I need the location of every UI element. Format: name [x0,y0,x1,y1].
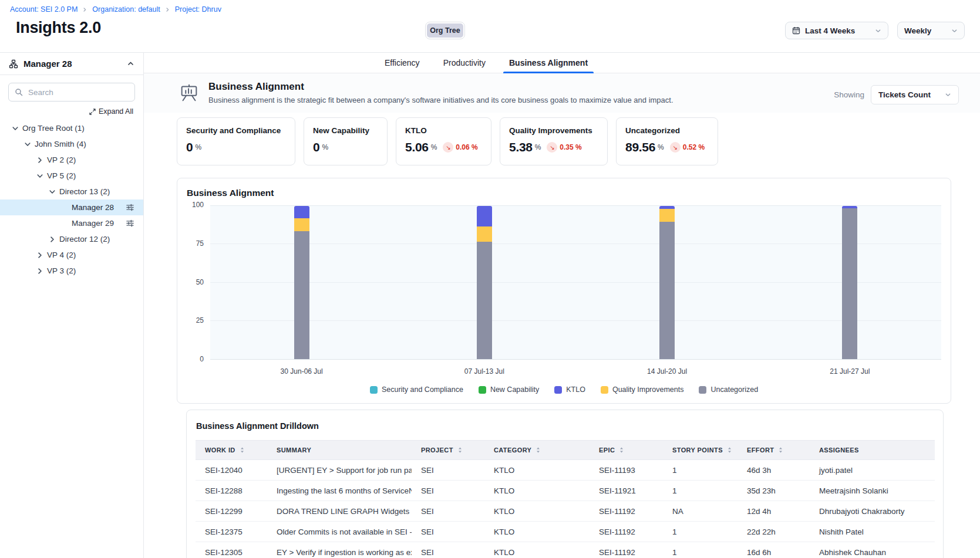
tree-chevron-icon[interactable] [36,173,43,180]
showing-select[interactable]: Tickets Count [871,85,959,104]
sort-icon[interactable] [457,447,463,454]
tree-item[interactable]: VP 5 (2) [0,168,143,184]
tree-chevron-icon[interactable] [12,125,19,132]
legend-swatch [479,386,486,394]
bar-segment[interactable] [294,231,309,359]
tree-chevron-icon[interactable] [49,236,56,243]
tree-item[interactable]: Org Tree Root (1) [0,120,143,136]
tree-item[interactable]: VP 4 (2) [0,247,143,263]
table-cell: SEI [412,460,484,481]
tree-item[interactable]: Director 13 (2) [0,184,143,199]
org-tree-button[interactable]: Org Tree [427,23,463,38]
search-input[interactable] [8,83,135,102]
bar-segment[interactable] [477,206,492,226]
column-header[interactable]: CATEGORY [484,441,590,460]
column-header[interactable]: EPIC [590,441,663,460]
delta-value: 0.06 % [456,143,477,151]
table-row[interactable]: SEI-12375Older Commits is not available … [196,522,935,542]
table-cell: 46d 3h [737,460,810,481]
breadcrumb-item: Project: Dhruv [175,5,221,13]
bar-segment[interactable] [294,206,309,218]
tab[interactable]: Productivity [442,53,487,73]
tree-chevron-icon[interactable] [24,141,31,148]
sort-icon[interactable] [726,447,733,454]
tree-item-label: John Smith (4) [35,140,86,148]
drilldown-table: WORK ID SUMMARY PROJECT CATEGORY EPIC ST… [196,440,935,558]
table-cell: DORA TREND LINE GRAPH Widgets is n... [267,501,412,522]
column-header[interactable]: EFFORT [737,441,810,460]
tree-chevron-icon[interactable] [36,268,43,275]
tree-item[interactable]: Director 12 (2) [0,231,143,247]
bar-segment[interactable] [842,208,857,359]
tab[interactable]: Business Alignment [508,53,589,73]
legend-item[interactable]: Security and Compliance [370,385,463,394]
bar-segment[interactable] [659,222,675,359]
legend-item[interactable]: Quality Improvements [601,385,684,394]
tree-chevron-icon[interactable] [49,188,56,195]
breadcrumb-link[interactable]: Project: Dhruv [175,5,221,13]
expand-all-button[interactable]: Expand All [0,102,143,116]
legend-label: Uncategorized [710,385,758,394]
column-header[interactable]: SUMMARY [267,441,412,460]
chevron-up-icon[interactable] [127,60,134,67]
granularity-select[interactable]: Weekly [897,22,965,39]
tree-item[interactable]: VP 2 (2) [0,152,143,168]
y-tick-label: 0 [200,355,204,363]
tab[interactable]: Efficiency [383,53,421,73]
table-cell: Nishith Patel [810,522,935,542]
legend-item[interactable]: New Capability [479,385,539,394]
breadcrumb-link[interactable]: Organization: default [92,5,160,13]
legend-label: Quality Improvements [612,385,684,394]
tree-item[interactable]: Manager 28 [0,199,143,215]
table-cell: SEI [412,542,484,558]
bar-segment[interactable] [842,206,857,208]
tree-chevron-slot [23,141,32,148]
tab-label: Efficiency [385,58,420,67]
summary-cards-row: Security and Compliance 0 % New Capabili… [177,117,980,165]
table-cell: Ingesting the last 6 months of ServiceN.… [267,481,412,501]
tree-item[interactable]: VP 3 (2) [0,263,143,279]
date-range-value: Last 4 Weeks [805,26,855,35]
bar-segment[interactable] [659,206,675,209]
org-tree-toggle[interactable]: Org Tree [425,22,465,39]
sliders-icon[interactable] [126,219,134,228]
legend-item[interactable]: KTLO [554,385,585,394]
sliders-icon[interactable] [126,203,134,212]
column-header[interactable]: WORK ID [196,441,267,460]
column-header[interactable]: PROJECT [412,441,484,460]
bar-segment[interactable] [294,218,309,231]
y-tick-label: 50 [196,278,204,286]
drilldown-title: Business Alignment Drilldown [196,421,934,431]
expand-all-icon [89,109,96,115]
table-row[interactable]: SEI-12305EY > Verify if ingestion is wor… [196,542,935,558]
sort-icon[interactable] [239,447,245,454]
bar-segment[interactable] [659,209,675,222]
table-row[interactable]: SEI-12040[URGENT] EY > Support for job r… [196,460,935,481]
y-tick-label: 75 [196,239,204,248]
sort-icon[interactable] [535,447,541,454]
tree-item[interactable]: John Smith (4) [0,136,143,152]
main-content: EfficiencyProductivityBusiness Alignment… [144,53,980,558]
column-header[interactable]: ASSIGNEES [810,441,935,460]
bar-segment[interactable] [477,242,492,359]
drilldown-card: Business Alignment Drilldown WORK ID SUM… [186,410,944,558]
table-cell: SEI-12288 [196,481,267,501]
table-row[interactable]: SEI-12299DORA TREND LINE GRAPH Widgets i… [196,501,935,522]
summary-card-value: 5.06 [405,140,429,154]
tree-item[interactable]: Manager 29 [0,215,143,231]
table-cell: Abhishek Chauhan [810,542,935,558]
table-cell: 35d 23h [737,481,810,501]
legend-label: Security and Compliance [382,385,463,394]
date-range-select[interactable]: Last 4 Weeks [785,22,888,39]
breadcrumb: Account: SEI 2.0 PM Organization: defaul… [10,5,966,13]
table-row[interactable]: SEI-12288Ingesting the last 6 months of … [196,481,935,501]
column-header[interactable]: STORY POINTS [663,441,737,460]
sort-icon[interactable] [618,447,625,454]
sort-icon[interactable] [777,447,784,454]
tree-chevron-icon[interactable] [36,157,43,164]
tree-chevron-icon[interactable] [36,252,43,259]
trend-down-icon: ↘ [670,142,681,153]
breadcrumb-link[interactable]: Account: SEI 2.0 PM [10,5,78,13]
legend-item[interactable]: Uncategorized [699,385,758,394]
bar-segment[interactable] [477,226,492,242]
